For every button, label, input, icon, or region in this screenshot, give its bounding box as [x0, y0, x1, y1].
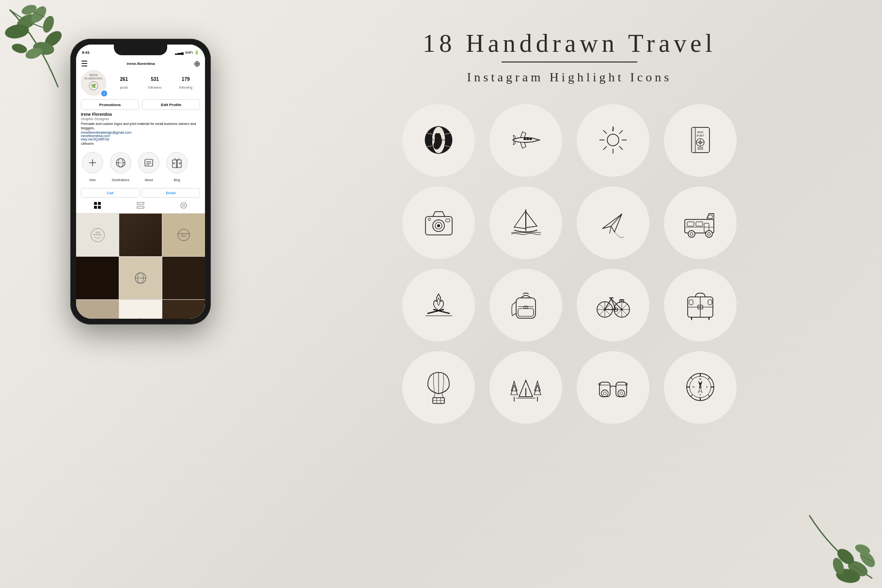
profile-bio-text: Premade and custom logos and print mater…: [81, 122, 200, 130]
svg-point-85: [437, 224, 440, 227]
story-destinations[interactable]: Destinations: [109, 152, 132, 183]
svg-rect-94: [696, 222, 703, 226]
phone-section: 9:41 ▂▃▄ WiFi 🔋 ☰ irene.florentina ⊕: [63, 39, 218, 547]
paper-plane-svg: [593, 202, 634, 243]
svg-point-48: [178, 229, 189, 241]
list-tab[interactable]: [137, 201, 144, 211]
binoculars-svg: [593, 367, 634, 408]
compass-svg: N S E W: [680, 367, 721, 408]
icons-section: 18 Handdrawn Travel Instagram Highlight …: [271, 29, 867, 424]
profile-bio-title: Graphic Designer: [81, 117, 200, 121]
story-label-destinations: Destinations: [112, 178, 129, 182]
grid-cell-6[interactable]: [162, 257, 205, 299]
svg-line-143: [434, 394, 435, 398]
svg-line-175: [691, 395, 693, 397]
grid-cell-8[interactable]: [119, 300, 162, 319]
grid-tab-bar: [76, 200, 205, 214]
following-stat[interactable]: 179 following: [171, 77, 200, 91]
main-title-line1: 18 Handdrawn Travel: [271, 29, 867, 58]
grid-cell-7[interactable]: [76, 300, 119, 319]
svg-point-36: [179, 163, 181, 164]
avatar-logo: IRENEFLORENTINA 🌿: [84, 74, 103, 92]
svg-rect-73: [692, 127, 695, 153]
contact-buttons: Call Email: [76, 186, 205, 200]
profile-name: Irene Florentina: [81, 112, 200, 117]
airplane-svg: [505, 120, 547, 161]
following-count: 179: [171, 77, 200, 82]
menu-icon[interactable]: ☰: [81, 59, 88, 68]
story-about[interactable]: About: [137, 152, 160, 183]
grid-cell-9[interactable]: [162, 300, 205, 319]
profile-location: Uithoorn: [81, 141, 200, 146]
status-icons: ▂▃▄ WiFi 🔋: [175, 50, 199, 55]
grid-logo-svg: AMAI BAKERY: [89, 227, 106, 244]
svg-rect-92: [708, 215, 712, 218]
story-circle-new: [82, 152, 103, 173]
grid-icon: [94, 201, 101, 209]
svg-marker-153: [535, 381, 540, 391]
phone-screen: 9:41 ▂▃▄ WiFi 🔋 ☰ irene.florentina ⊕: [76, 45, 205, 319]
about-story-icon: [142, 156, 155, 169]
phone-mockup: 9:41 ▂▃▄ WiFi 🔋 ☰ irene.florentina ⊕: [70, 39, 211, 325]
followers-stat[interactable]: 531 followers: [141, 77, 170, 91]
svg-rect-141: [708, 300, 712, 305]
svg-line-173: [708, 395, 710, 397]
svg-text:🌿: 🌿: [91, 83, 96, 88]
svg-point-161: [620, 392, 623, 395]
grid-globe-svg: [133, 271, 148, 285]
profile-website1[interactable]: ireneflorentina.com: [81, 134, 200, 138]
grid-cell-1[interactable]: AMAI BAKERY: [76, 214, 119, 256]
svg-line-174: [708, 377, 710, 379]
tagged-tab[interactable]: [180, 201, 188, 211]
status-time: 9:41: [82, 50, 90, 55]
story-new[interactable]: New: [81, 152, 104, 183]
followers-label: followers: [148, 86, 162, 89]
svg-text:BAKERY: BAKERY: [93, 233, 102, 236]
svg-rect-107: [518, 309, 534, 316]
promotions-button[interactable]: Promotions: [81, 99, 139, 110]
icon-sailboat: [489, 186, 562, 259]
signal-icon: ▂▃▄: [175, 50, 184, 55]
list-icon: [137, 201, 144, 209]
call-button[interactable]: Call: [81, 188, 140, 198]
edit-profile-button[interactable]: Edit Profile: [142, 99, 200, 110]
svg-rect-93: [687, 222, 694, 226]
grid-tab[interactable]: [94, 201, 101, 211]
svg-point-61: [527, 139, 529, 140]
svg-text:W: W: [692, 386, 695, 388]
svg-point-62: [530, 139, 532, 140]
posts-label: posts: [120, 86, 128, 89]
suitcase-svg: [680, 284, 721, 325]
camera-svg: [418, 202, 459, 243]
svg-line-68: [603, 130, 607, 134]
grid-cell-3[interactable]: FLORENTINA DESIGN: [162, 214, 205, 256]
svg-point-158: [601, 390, 608, 397]
svg-point-35: [173, 163, 175, 164]
options-icon[interactable]: ⊕: [194, 59, 200, 68]
profile-header: ☰ irene.florentina ⊕ IRENEFLORENTINA 🌿: [76, 58, 205, 149]
story-blog[interactable]: Blog: [165, 152, 189, 183]
profile-website2[interactable]: etsy.me/2QJMFOd: [81, 138, 200, 141]
grid-cell-2[interactable]: [119, 214, 162, 256]
svg-point-87: [428, 218, 430, 221]
profile-buttons: Promotions Edit Profile: [81, 99, 200, 110]
bicycle-svg: [593, 284, 634, 325]
icon-sun: [577, 104, 649, 177]
svg-text:DESIGN: DESIGN: [181, 235, 187, 237]
story-label-about: About: [145, 178, 153, 182]
profile-stats: IRENEFLORENTINA 🌿 + 261 posts: [81, 70, 200, 97]
svg-point-96: [688, 231, 695, 237]
grid-coffee-svg: [135, 316, 146, 319]
grid-cell-4[interactable]: [76, 257, 119, 299]
profile-avatar-area: IRENEFLORENTINA 🌿 +: [81, 70, 108, 97]
icon-binoculars: [577, 351, 649, 424]
svg-text:S: S: [699, 393, 701, 396]
grid-cell-5[interactable]: [119, 257, 162, 299]
add-story-button[interactable]: +: [101, 90, 108, 97]
backpack-svg: [505, 284, 547, 325]
profile-email[interactable]: ireneflorentinadesign@gmail.com: [81, 131, 200, 134]
svg-line-105: [512, 302, 516, 305]
tagged-icon: [180, 201, 188, 209]
email-button[interactable]: Email: [142, 188, 200, 198]
icon-backpack: [489, 269, 562, 341]
